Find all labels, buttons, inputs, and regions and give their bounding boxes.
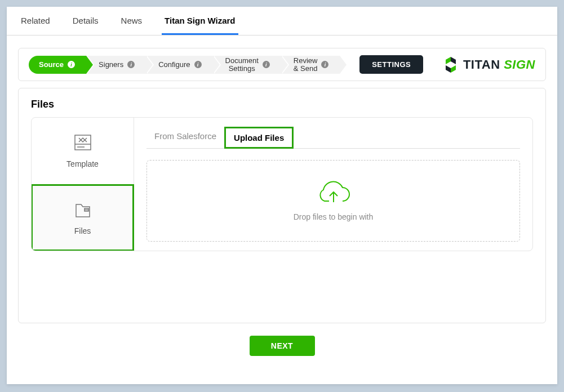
tab-titan-sign-wizard[interactable]: Titan Sign Wizard (162, 7, 238, 35)
template-icon (73, 133, 92, 154)
info-icon[interactable]: i (194, 61, 202, 68)
source-option-files[interactable]: Files (32, 185, 134, 251)
step-label: Configure (158, 60, 190, 69)
source-sidebar: Template Files (32, 118, 134, 251)
info-icon[interactable]: i (127, 61, 135, 68)
source-option-label: Template (66, 159, 99, 168)
info-icon[interactable]: i (68, 61, 75, 68)
sub-tab-upload-files[interactable]: Upload Files (224, 127, 294, 149)
info-icon[interactable]: i (321, 61, 328, 68)
step-label: Review & Send (294, 57, 318, 72)
files-icon (73, 200, 92, 221)
step-label: Source (39, 60, 64, 69)
titan-logo-icon (443, 57, 459, 73)
upload-sub-tabs: From Salesforce Upload Files (146, 127, 520, 149)
cloud-upload-icon (316, 181, 352, 208)
step-configure[interactable]: Configure i (146, 56, 212, 74)
tab-news[interactable]: News (118, 7, 145, 35)
step-source[interactable]: Source i (29, 56, 86, 74)
step-review-send[interactable]: Review & Send i (281, 56, 340, 74)
step-label: Signers (99, 60, 123, 69)
wizard-steps-bar: Source i Signers i Configure i Document … (18, 48, 546, 81)
step-document-settings[interactable]: Document Settings i (213, 56, 281, 74)
drop-zone-message: Drop files to begin with (294, 212, 374, 221)
info-icon[interactable]: i (263, 61, 270, 68)
step-signers[interactable]: Signers i (86, 56, 146, 74)
brand-logo-container: TITAN SIGN (443, 57, 535, 73)
tab-related[interactable]: Related (18, 7, 53, 35)
files-title: Files (31, 99, 533, 110)
step-label: Document Settings (225, 57, 259, 72)
settings-button[interactable]: SETTINGS (359, 55, 423, 74)
brand-text: TITAN SIGN (463, 57, 535, 72)
next-button[interactable]: NEXT (250, 336, 315, 356)
file-drop-zone[interactable]: Drop files to begin with (146, 160, 520, 242)
tab-details[interactable]: Details (70, 7, 101, 35)
source-option-template[interactable]: Template (32, 118, 134, 185)
main-tabs: Related Details News Titan Sign Wizard (7, 7, 557, 35)
files-panel: Files Template (18, 88, 546, 323)
source-option-label: Files (74, 226, 91, 235)
sub-tab-from-salesforce[interactable]: From Salesforce (146, 127, 224, 148)
